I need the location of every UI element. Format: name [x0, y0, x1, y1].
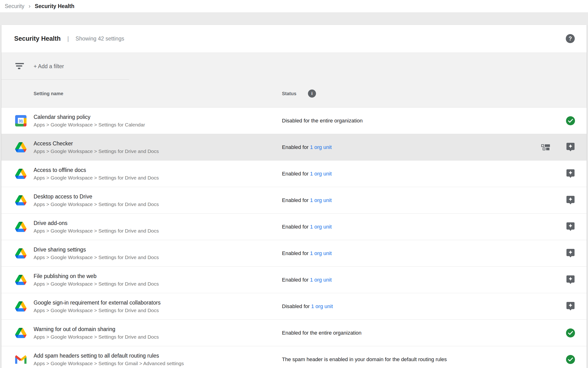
status-text: Enabled for [282, 171, 309, 177]
status-text: The spam header is enabled in your domai… [282, 356, 447, 362]
breadcrumb-current-page: Security Health [35, 3, 74, 9]
setting-cell: Drive add-ons Apps > Google Workspace > … [34, 220, 159, 234]
recommendation-flag-icon[interactable] [566, 301, 575, 312]
help-icon[interactable]: ? [566, 34, 575, 43]
status-text: Disabled for the entire organization [282, 118, 363, 124]
recommendation-flag-icon[interactable] [566, 248, 575, 258]
status-ok-icon [566, 328, 575, 338]
setting-cell: Warning for out of domain sharing Apps >… [34, 326, 159, 340]
breadcrumb: Security › Security Health [0, 0, 588, 12]
setting-title: Drive add-ons [34, 220, 159, 227]
setting-cell: File publishing on the web Apps > Google… [34, 273, 159, 287]
setting-cell: Calendar sharing policy Apps > Google Wo… [34, 114, 145, 128]
google-drive-icon [15, 274, 26, 285]
recommendation-flag-icon[interactable] [566, 275, 575, 285]
setting-path: Apps > Google Workspace > Settings for C… [34, 122, 145, 128]
org-unit-link[interactable]: 1 org unit [310, 277, 332, 283]
status-cell: Enabled for 1 org unit [282, 144, 332, 150]
table-row[interactable]: Access Checker Apps > Google Workspace >… [1, 134, 587, 161]
org-unit-link[interactable]: 1 org unit [310, 197, 332, 203]
breadcrumb-chevron-icon: › [29, 3, 31, 9]
status-cell: Enabled for 1 org unit [282, 171, 332, 177]
org-unit-link[interactable]: 1 org unit [310, 144, 332, 150]
setting-path: Apps > Google Workspace > Settings for G… [34, 361, 184, 366]
status-text: Enabled for [282, 224, 309, 230]
setting-title: Desktop access to Drive [34, 193, 159, 200]
setting-title: File publishing on the web [34, 273, 159, 280]
setting-title: Add spam headers setting to all default … [34, 352, 184, 359]
status-text: Enabled for [282, 277, 309, 283]
status-cell: Disabled for the entire organization [282, 118, 363, 124]
recommendation-flag-icon[interactable] [566, 142, 575, 153]
recommendation-flag-icon[interactable] [566, 195, 575, 206]
add-filter-button[interactable]: + Add a filter [34, 63, 64, 69]
setting-cell: Desktop access to Drive Apps > Google Wo… [34, 193, 159, 207]
filter-list-icon[interactable] [15, 63, 24, 69]
setting-cell: Add spam headers setting to all default … [34, 352, 184, 367]
google-drive-icon [15, 195, 26, 206]
google-drive-icon [15, 221, 26, 232]
google-calendar-icon: 31 [15, 115, 26, 127]
setting-cell: Access Checker Apps > Google Workspace >… [34, 140, 159, 154]
google-drive-icon [15, 301, 26, 312]
table-row[interactable]: Warning for out of domain sharing Apps >… [1, 320, 587, 346]
table-row[interactable]: Add spam headers setting to all default … [1, 346, 587, 368]
setting-title: Access to offline docs [34, 167, 159, 174]
recommendation-flag-icon[interactable] [566, 169, 575, 179]
org-unit-link[interactable]: 1 org unit [310, 250, 332, 256]
table-row[interactable]: Desktop access to Drive Apps > Google Wo… [1, 187, 587, 214]
status-cell: Enabled for 1 org unit [282, 224, 332, 230]
status-info-icon[interactable]: i [308, 90, 316, 98]
setting-title: Warning for out of domain sharing [34, 326, 159, 333]
status-text: Enabled for the entire organization [282, 330, 361, 336]
status-cell: Enabled for the entire organization [282, 330, 361, 336]
security-health-card: Security Health | Showing 42 settings ? … [1, 25, 587, 368]
setting-title: Google sign-in requirement for external … [34, 299, 161, 306]
table-row[interactable]: Access to offline docs Apps > Google Wor… [1, 161, 587, 187]
status-cell: Enabled for 1 org unit [282, 197, 332, 203]
status-cell: Enabled for 1 org unit [282, 277, 332, 283]
table-row[interactable]: Google sign-in requirement for external … [1, 293, 587, 320]
setting-path: Apps > Google Workspace > Settings for D… [34, 334, 159, 340]
title-separator: | [67, 35, 69, 42]
google-drive-icon [15, 327, 26, 339]
org-unit-link[interactable]: 1 org unit [310, 224, 332, 230]
gmail-icon [15, 354, 26, 365]
status-cell: The spam header is enabled in your domai… [282, 356, 447, 363]
google-drive-icon [15, 248, 26, 259]
setting-path: Apps > Google Workspace > Settings for D… [34, 255, 159, 260]
table-row[interactable]: 31 Calendar sharing policy Apps > Google… [1, 108, 587, 134]
table-row[interactable]: File publishing on the web Apps > Google… [1, 267, 587, 293]
status-ok-icon [566, 354, 575, 365]
table-row[interactable]: Drive sharing settings Apps > Google Wor… [1, 240, 587, 267]
setting-cell: Google sign-in requirement for external … [34, 299, 161, 313]
breadcrumb-security-link[interactable]: Security [5, 3, 24, 9]
setting-title: Calendar sharing policy [34, 114, 145, 120]
column-header-setting-name: Setting name [34, 91, 63, 96]
setting-path: Apps > Google Workspace > Settings for D… [34, 175, 159, 181]
table-row[interactable]: Drive add-ons Apps > Google Workspace > … [1, 214, 587, 240]
setting-title: Access Checker [34, 140, 159, 147]
status-text: Enabled for [282, 144, 309, 150]
status-text: Enabled for [282, 197, 309, 203]
setting-path: Apps > Google Workspace > Settings for D… [34, 281, 159, 287]
status-cell: Enabled for 1 org unit [282, 250, 332, 257]
status-ok-icon [566, 116, 575, 126]
filter-bar: + Add a filter [1, 53, 587, 80]
setting-path: Apps > Google Workspace > Settings for D… [34, 228, 159, 234]
setting-path: Apps > Google Workspace > Settings for D… [34, 202, 159, 207]
status-text: Disabled for [282, 303, 310, 309]
recommendation-flag-icon[interactable] [566, 222, 575, 232]
page-title: Security Health [14, 35, 61, 42]
card-header: Security Health | Showing 42 settings ? [1, 25, 587, 53]
google-drive-icon [15, 168, 26, 180]
google-drive-icon [15, 142, 26, 153]
setting-title: Drive sharing settings [34, 246, 159, 253]
status-cell: Disabled for 1 org unit [282, 303, 333, 310]
setting-path: Apps > Google Workspace > Settings for D… [34, 308, 161, 313]
settings-table-body: 31 Calendar sharing policy Apps > Google… [1, 108, 587, 368]
org-unit-link[interactable]: 1 org unit [311, 303, 333, 309]
setting-cell: Access to offline docs Apps > Google Wor… [34, 167, 159, 181]
settings-count: Showing 42 settings [75, 36, 124, 42]
org-unit-link[interactable]: 1 org unit [310, 171, 332, 177]
